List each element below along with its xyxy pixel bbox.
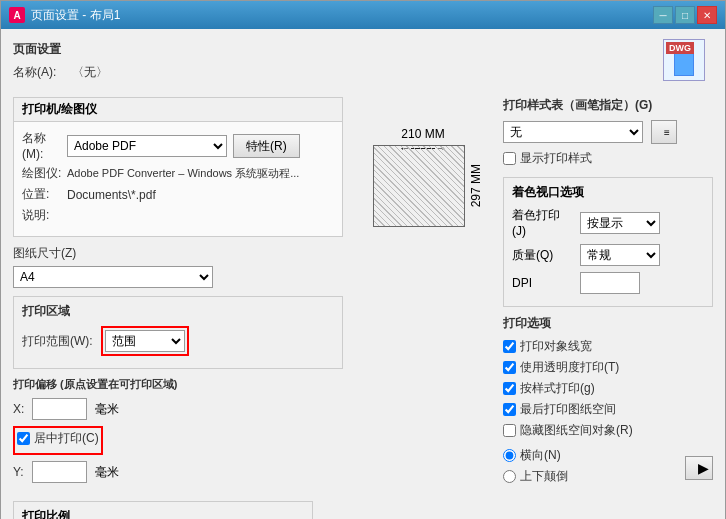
option3-row: 按样式打印(g)	[503, 380, 713, 397]
center-print-row: 居中打印(C)	[13, 426, 343, 455]
landscape-row: 横向(N)	[503, 447, 677, 464]
height-label: 297 MM	[469, 164, 483, 207]
paper-size-row: A4	[13, 266, 343, 288]
description-label: 说明:	[22, 207, 67, 224]
paper-size-select[interactable]: A4	[13, 266, 213, 288]
printer-section: 打印机/绘图仪 名称(M): Adobe PDF 特性(R) 绘图仪: Adob…	[13, 97, 343, 237]
print-range-highlight: 范围	[101, 326, 189, 356]
option2-checkbox[interactable]	[503, 361, 516, 374]
landscape-radio[interactable]	[503, 449, 516, 462]
print-offset-title: 打印偏移 (原点设置在可打印区域)	[13, 377, 343, 392]
y-offset-row: Y: 0.00 毫米	[13, 461, 343, 483]
quality-label: 质量(Q)	[512, 247, 572, 264]
minimize-button[interactable]: ─	[653, 6, 673, 24]
print-style-select[interactable]: 无	[503, 121, 643, 143]
y-input[interactable]: 0.00	[32, 461, 87, 483]
window-title: 页面设置 - 布局1	[31, 7, 120, 24]
left-panel: 打印机/绘图仪 名称(M): Adobe PDF 特性(R) 绘图仪: Adob…	[13, 97, 353, 495]
option5-label[interactable]: 隐藏图纸空间对象(R)	[520, 422, 633, 439]
paper-size-label: 图纸尺寸(Z)	[13, 246, 76, 260]
app-icon: A	[9, 7, 25, 23]
x-offset-row: X: 0.00 毫米	[13, 398, 343, 420]
color-view-section: 着色视口选项 着色打印(J) 按显示 质量(Q) 常规 D	[503, 177, 713, 307]
print-area-title: 打印区域	[22, 303, 334, 320]
titlebar-left: A 页面设置 - 布局1	[9, 7, 120, 24]
print-range-row: 打印范围(W): 范围	[22, 326, 334, 356]
color-view-title: 着色视口选项	[512, 184, 704, 201]
option3-label[interactable]: 按样式打印(g)	[520, 380, 595, 397]
portrait-radio[interactable]	[503, 470, 516, 483]
option2-label[interactable]: 使用透明度打印(T)	[520, 359, 619, 376]
close-button[interactable]: ✕	[697, 6, 717, 24]
print-options-title: 打印选项	[503, 315, 713, 332]
main-layout: 打印机/绘图仪 名称(M): Adobe PDF 特性(R) 绘图仪: Adob…	[13, 97, 713, 495]
print-options-section: 打印选项 打印对象线宽 使用透明度打印(T) 按样式打印(g)	[503, 315, 713, 439]
portrait-row: 上下颠倒	[503, 468, 677, 485]
dpi-input[interactable]: 300	[580, 272, 640, 294]
option4-label[interactable]: 最后打印图纸空间	[520, 401, 616, 418]
quality-row: 质量(Q) 常规	[512, 244, 704, 266]
printer-name-label: 名称(M):	[22, 130, 67, 161]
plotter-row: 绘图仪: Adobe PDF Converter – Windows 系统驱动程…	[22, 165, 334, 182]
color-print-select[interactable]: 按显示	[580, 212, 660, 234]
x-unit: 毫米	[95, 401, 119, 418]
description-row: 说明:	[22, 207, 334, 224]
width-label: 210 MM	[401, 127, 444, 141]
location-value: Documents\*.pdf	[67, 188, 334, 202]
option5-checkbox[interactable]	[503, 424, 516, 437]
print-style-row: 无 ≡	[503, 120, 713, 144]
show-styles-row: 显示打印样式	[503, 150, 713, 167]
option4-row: 最后打印图纸空间	[503, 401, 713, 418]
option3-checkbox[interactable]	[503, 382, 516, 395]
properties-button[interactable]: 特性(R)	[233, 134, 300, 158]
printer-name-select[interactable]: Adobe PDF	[67, 135, 227, 157]
center-print-checkbox[interactable]	[17, 432, 30, 445]
location-label: 位置:	[22, 186, 67, 203]
y-label: Y:	[13, 465, 24, 479]
option4-checkbox[interactable]	[503, 403, 516, 416]
scale-area: 打印比例 布满图纸(I) 1 毫米 单位(N)	[13, 501, 713, 519]
center-print-highlight: 居中打印(C)	[13, 426, 103, 455]
rotate-button[interactable]: ▶	[685, 456, 713, 480]
quality-select[interactable]: 常规	[580, 244, 660, 266]
paper-size-section: 图纸尺寸(Z) A4	[13, 245, 343, 288]
option1-label[interactable]: 打印对象线宽	[520, 338, 592, 355]
center-print-label[interactable]: 居中打印(C)	[34, 430, 99, 447]
page-setup-title: 页面设置	[13, 41, 108, 58]
portrait-label[interactable]: 上下颠倒	[520, 468, 568, 485]
name-value: 〈无〉	[72, 64, 108, 81]
color-print-row: 着色打印(J) 按显示	[512, 207, 704, 238]
print-style-section: 打印样式表（画笔指定）(G) 无 ≡ 显示打印样式	[503, 97, 713, 167]
print-range-label: 打印范围(W):	[22, 333, 93, 350]
show-styles-label[interactable]: 显示打印样式	[520, 150, 592, 167]
printer-name-row: 名称(M): Adobe PDF 特性(R)	[22, 130, 334, 161]
option1-checkbox[interactable]	[503, 340, 516, 353]
titlebar: A 页面设置 - 布局1 ─ □ ✕	[1, 1, 725, 29]
plotter-value: Adobe PDF Converter – Windows 系统驱动程...	[67, 166, 334, 181]
orientation-options: 横向(N) 上下颠倒	[503, 447, 677, 489]
paper-preview-area: 210 MM ←——→ 297 MM	[353, 97, 493, 495]
name-label: 名称(A):	[13, 64, 56, 81]
main-window: A 页面设置 - 布局1 ─ □ ✕ 页面设置 名称(A): 〈无〉 DWG	[0, 0, 726, 519]
y-unit: 毫米	[95, 464, 119, 481]
print-range-select[interactable]: 范围	[105, 330, 185, 352]
option1-row: 打印对象线宽	[503, 338, 713, 355]
dpi-label: DPI	[512, 276, 572, 290]
height-arrow: 297 MM	[469, 145, 483, 227]
print-area-section: 打印区域 打印范围(W): 范围	[13, 296, 343, 369]
orientation-row: 横向(N) 上下颠倒 ▶	[503, 447, 713, 489]
show-styles-checkbox[interactable]	[503, 152, 516, 165]
dwg-icon: DWG	[663, 39, 705, 81]
location-row: 位置: Documents\*.pdf	[22, 186, 334, 203]
option2-row: 使用透明度打印(T)	[503, 359, 713, 376]
dialog-content: 页面设置 名称(A): 〈无〉 DWG 打印机/绘图仪	[1, 29, 725, 519]
right-panel: 打印样式表（画笔指定）(G) 无 ≡ 显示打印样式 着色视口选项	[493, 97, 713, 495]
landscape-label[interactable]: 横向(N)	[520, 447, 561, 464]
paper-preview-wrapper: 210 MM ←——→ 297 MM	[363, 127, 483, 227]
page-setup-section: 页面设置 名称(A): 〈无〉	[13, 41, 108, 87]
dpi-row: DPI 300	[512, 272, 704, 294]
print-offset-section: 打印偏移 (原点设置在可打印区域) X: 0.00 毫米 居中打印(C)	[13, 377, 343, 483]
print-style-edit-button[interactable]: ≡	[651, 120, 677, 144]
x-input[interactable]: 0.00	[32, 398, 87, 420]
maximize-button[interactable]: □	[675, 6, 695, 24]
